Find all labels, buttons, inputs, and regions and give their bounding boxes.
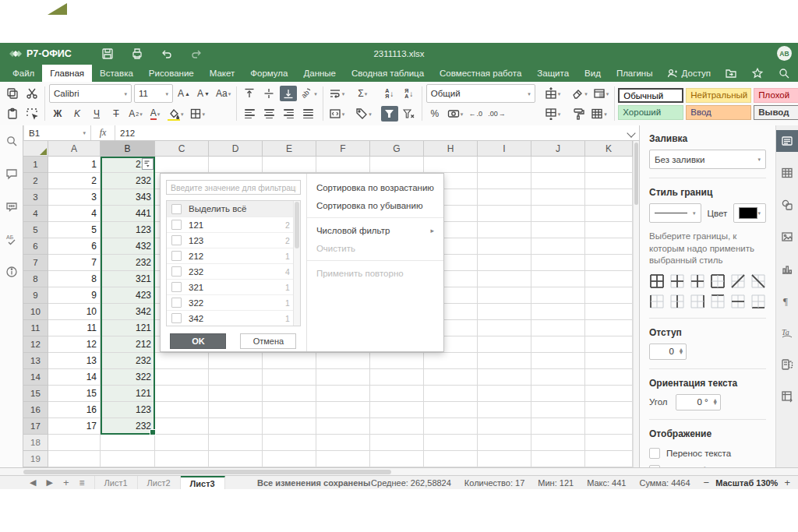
filter-value-row-123[interactable]: 1232	[167, 232, 300, 248]
cell-F13[interactable]	[316, 353, 370, 369]
cell-A5[interactable]: 5	[48, 222, 101, 238]
fill-select[interactable]: Без заливки▾	[649, 150, 766, 169]
cell-B19[interactable]	[101, 451, 155, 467]
merge-cells-button[interactable]: ▾	[327, 106, 347, 122]
cell-I9[interactable]	[478, 287, 531, 304]
all-borders-button[interactable]	[649, 273, 664, 289]
cell-D15[interactable]	[209, 386, 263, 402]
cell-A1[interactable]: 1	[48, 157, 101, 173]
cell-A6[interactable]: 6	[48, 238, 101, 255]
vertical-scrollbar[interactable]	[633, 141, 639, 467]
row-header-11[interactable]: 11	[23, 320, 48, 336]
italic-button[interactable]: K	[69, 106, 86, 122]
justify-button[interactable]	[299, 106, 316, 122]
cell-J10[interactable]	[531, 304, 585, 320]
cell-I2[interactable]	[478, 173, 531, 189]
ribbon-tab-6[interactable]: Данные	[295, 65, 344, 82]
row-header-18[interactable]: 18	[23, 435, 48, 451]
cell-I3[interactable]	[478, 189, 531, 206]
cross-borders-button[interactable]	[690, 273, 704, 289]
border-color-select[interactable]: ▾	[733, 203, 766, 223]
ribbon-tab-8[interactable]: Совместная работа	[432, 65, 529, 82]
cell-G19[interactable]	[370, 451, 424, 467]
cell-A16[interactable]: 16	[48, 402, 101, 418]
row-header-19[interactable]: 19	[23, 451, 48, 467]
cell-K12[interactable]	[585, 336, 633, 353]
sort-descending-menu-item[interactable]: Сортировка по убыванию	[307, 196, 443, 214]
slicer-settings-icon[interactable]	[776, 354, 798, 375]
cell-E13[interactable]	[263, 353, 316, 369]
cell-C15[interactable]	[155, 386, 209, 402]
zoom-level[interactable]: Масштаб 130%	[715, 478, 778, 488]
orientation-button[interactable]: ab▾	[299, 86, 319, 101]
about-icon[interactable]	[5, 266, 18, 278]
value-checkbox[interactable]	[171, 313, 182, 323]
cell-G16[interactable]	[370, 402, 424, 418]
cell-E19[interactable]	[263, 451, 316, 467]
cell-K16[interactable]	[585, 402, 633, 418]
cell-B7[interactable]: 232	[101, 255, 155, 271]
cell-B9[interactable]: 423	[101, 287, 155, 304]
cell-J16[interactable]	[531, 402, 585, 418]
cell-B14[interactable]: 322	[101, 369, 155, 386]
diagonal-up-border-button[interactable]	[731, 273, 746, 289]
print-icon[interactable]	[131, 48, 143, 60]
inner-borders-button[interactable]	[669, 273, 684, 289]
search-icon[interactable]	[5, 135, 18, 147]
spellcheck-icon[interactable]: АБ	[5, 233, 18, 245]
ribbon-tab-5[interactable]: Формула	[242, 65, 295, 82]
ribbon-tab-1[interactable]: Главная	[42, 65, 92, 82]
column-header-H[interactable]: H	[424, 141, 478, 157]
clear-filter-menu-item[interactable]: Очистить	[307, 239, 443, 257]
cell-C16[interactable]	[155, 402, 209, 418]
column-header-I[interactable]: I	[478, 141, 531, 157]
cell-A17[interactable]: 17	[48, 418, 101, 435]
number-format-select[interactable]: Общий▾	[426, 84, 535, 103]
inner-vertical-border-button[interactable]	[669, 294, 684, 309]
column-header-C[interactable]: C	[155, 141, 209, 157]
cell-J12[interactable]	[531, 336, 585, 353]
cell-I14[interactable]	[478, 369, 531, 386]
cell-K8[interactable]	[585, 271, 633, 287]
filter-value-row-322[interactable]: 3221	[167, 294, 300, 310]
cell-K9[interactable]	[585, 287, 633, 304]
cell-I11[interactable]	[478, 320, 531, 336]
vertical-scrollbar-thumb[interactable]	[634, 143, 638, 205]
cell-K19[interactable]	[585, 451, 633, 467]
column-header-K[interactable]: K	[585, 141, 633, 157]
cell-A15[interactable]: 15	[48, 386, 101, 402]
ribbon-tab-10[interactable]: Вид	[577, 65, 609, 82]
cell-B11[interactable]: 121	[101, 320, 155, 336]
cell-F16[interactable]	[316, 402, 370, 418]
cell-A4[interactable]: 4	[48, 206, 101, 222]
bold-button[interactable]: Ж	[49, 106, 66, 122]
cell-K18[interactable]	[585, 435, 633, 451]
expand-formula-bar-button[interactable]	[628, 128, 634, 139]
sheet-tab-1[interactable]: Лист1	[94, 476, 138, 489]
cell-D1[interactable]	[209, 157, 263, 173]
cell-H17[interactable]	[424, 418, 478, 435]
ribbon-tab-7[interactable]: Сводная таблица	[344, 65, 432, 82]
cell-J8[interactable]	[531, 271, 585, 287]
cell-K1[interactable]	[585, 157, 633, 173]
share-access-button[interactable]: Доступ	[666, 68, 711, 79]
spinner-arrows[interactable]: ▲▼	[711, 399, 720, 405]
ribbon-tab-11[interactable]: Плагины	[609, 65, 661, 82]
row-header-6[interactable]: 6	[23, 238, 48, 255]
cell-F14[interactable]	[316, 369, 370, 386]
copy-button[interactable]	[4, 86, 21, 101]
borders-button[interactable]: ▾	[188, 106, 207, 122]
sheet-list-button[interactable]: ≡	[79, 477, 85, 488]
row-header-14[interactable]: 14	[23, 369, 48, 386]
cell-F17[interactable]	[316, 418, 370, 435]
row-header-12[interactable]: 12	[23, 336, 48, 353]
pivot-settings-icon[interactable]	[776, 386, 798, 407]
autofit-checkbox-row[interactable]: Автоподбор ширины	[649, 462, 766, 467]
font-name-select[interactable]: Calibri▾	[49, 84, 132, 103]
cell-B8[interactable]: 321	[101, 271, 155, 287]
cell-J7[interactable]	[531, 255, 585, 271]
increase-decimal-button[interactable]: .00→	[486, 106, 507, 122]
row-header-1[interactable]: 1	[23, 157, 48, 173]
favorite-star-icon[interactable]	[751, 67, 764, 79]
name-box[interactable]: B1▾	[24, 125, 91, 140]
